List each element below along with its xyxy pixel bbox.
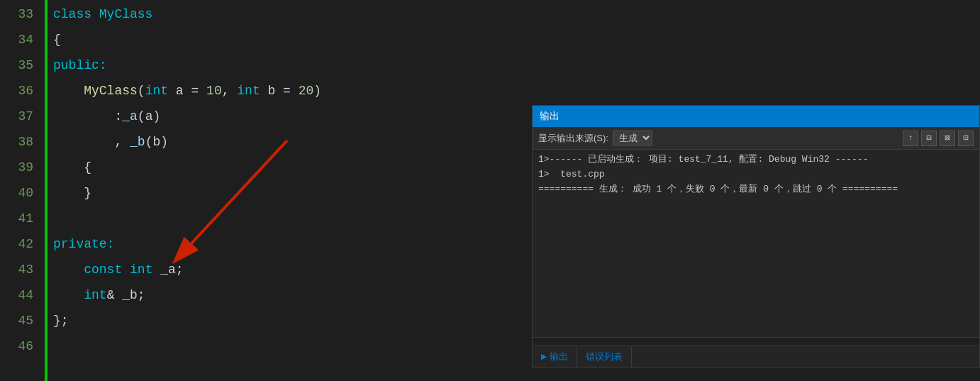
toolbar-btn-1[interactable]: ↑ bbox=[903, 131, 918, 146]
output-title: 输出 bbox=[540, 110, 559, 123]
output-line-2: 1> test.cpp bbox=[538, 167, 974, 182]
line-num-45: 45 bbox=[0, 308, 33, 333]
expand-icon: ▶ bbox=[541, 352, 547, 361]
output-line-1: 1>------ 已启动生成： 项目: test_7_11, 配置: Debug… bbox=[538, 153, 974, 167]
toolbar-btn-3[interactable]: ⊠ bbox=[940, 131, 955, 146]
output-source-select[interactable]: 生成 调试 常规 bbox=[613, 131, 652, 145]
line-num-40: 40 bbox=[0, 180, 33, 206]
line-num-34: 34 bbox=[0, 27, 33, 53]
tab-output[interactable]: ▶ 输出 bbox=[533, 346, 577, 367]
code-line-33: class MyClass bbox=[53, 1, 980, 27]
toolbar-btn-4[interactable]: ⊡ bbox=[958, 131, 974, 146]
output-line-3: ========== 生成： 成功 1 个，失败 0 个，最新 0 个，跳过 0… bbox=[538, 182, 974, 197]
output-body[interactable]: 1>------ 已启动生成： 项目: test_7_11, 配置: Debug… bbox=[533, 150, 979, 337]
code-line-34: { bbox=[53, 27, 980, 53]
line-num-39: 39 bbox=[0, 155, 33, 180]
line-num-38: 38 bbox=[0, 129, 33, 155]
output-toolbar-buttons: ↑ ⊟ ⊠ ⊡ bbox=[903, 131, 974, 146]
output-scrollbar[interactable] bbox=[533, 337, 979, 346]
output-panel: 输出 显示输出来源(S): 生成 调试 常规 ↑ ⊟ ⊠ ⊡ 1>------ … bbox=[532, 105, 980, 368]
output-source-label: 显示输出来源(S): bbox=[538, 132, 608, 145]
line-num-44: 44 bbox=[0, 282, 33, 308]
editor-area: 33 34 35 36 37 38 39 40 41 42 43 44 45 4… bbox=[0, 0, 980, 381]
code-line-36: MyClass(int a = 10, int b = 20) bbox=[53, 78, 980, 104]
line-num-43: 43 bbox=[0, 257, 33, 282]
line-num-37: 37 bbox=[0, 104, 33, 129]
gutter bbox=[39, 0, 53, 381]
line-num-46: 46 bbox=[0, 333, 33, 359]
tab-output-label: 输出 bbox=[550, 350, 568, 363]
line-num-41: 41 bbox=[0, 206, 33, 231]
line-num-35: 35 bbox=[0, 53, 33, 78]
output-footer-tabs: ▶ 输出 错误列表 bbox=[533, 346, 979, 367]
tab-error-list-label: 错误列表 bbox=[586, 350, 623, 363]
tab-error-list[interactable]: 错误列表 bbox=[577, 346, 632, 367]
green-bar bbox=[45, 0, 48, 381]
output-toolbar: 显示输出来源(S): 生成 调试 常规 ↑ ⊟ ⊠ ⊡ bbox=[533, 127, 979, 150]
line-num-36: 36 bbox=[0, 78, 33, 104]
line-num-42: 42 bbox=[0, 231, 33, 257]
toolbar-btn-2[interactable]: ⊟ bbox=[921, 131, 937, 146]
output-title-bar: 输出 bbox=[533, 106, 979, 127]
line-num-33: 33 bbox=[0, 1, 33, 27]
line-numbers: 33 34 35 36 37 38 39 40 41 42 43 44 45 4… bbox=[0, 0, 39, 381]
code-line-35: public: bbox=[53, 53, 980, 78]
